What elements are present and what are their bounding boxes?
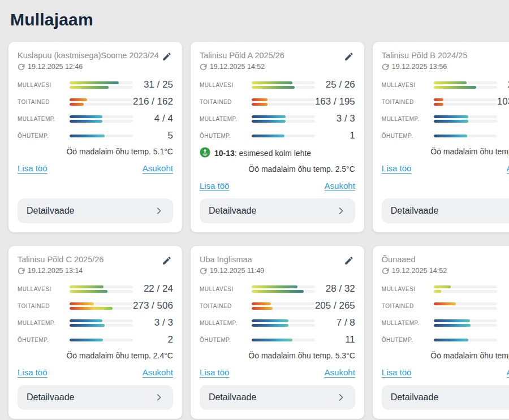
metric-bar-track (252, 115, 315, 118)
metric-bar-fill (252, 285, 297, 288)
metric-bars (434, 285, 497, 293)
edit-button[interactable] (161, 50, 173, 63)
metric-row: MULLATEMP.3 / 3 (200, 112, 355, 125)
night-low-temp: Öö madalaim õhu temp. 2.5°C (382, 147, 509, 156)
metrics-list: MULLAVESI31 / 25TOITAINED216 / 162MULLAT… (18, 79, 173, 142)
metric-bar-fill (252, 103, 268, 106)
metric-row: MULLATEMP.3 / 3 (18, 317, 173, 329)
metric-value: 4 / 4 (497, 113, 509, 124)
metric-bar-track (252, 103, 315, 106)
edit-button[interactable] (161, 254, 173, 267)
last-updated-timestamp: 19.12.2025 14:52 (392, 267, 447, 275)
metric-bar-fill (70, 290, 107, 293)
metric-value: 4 / 4 (133, 113, 173, 124)
location-link[interactable]: Asukoht (507, 367, 509, 377)
metric-bars (252, 98, 315, 106)
metric-bars (434, 339, 497, 341)
add-job-link[interactable]: Lisa töö (200, 181, 230, 190)
location-link[interactable]: Asukoht (507, 163, 509, 173)
card-links: Lisa töö Asukoht (200, 367, 355, 377)
metric-value: 163 / 195 (315, 96, 355, 107)
detail-view-label: Detailvaade (27, 392, 75, 402)
metric-bars (434, 302, 497, 310)
metric-row: TOITAINED216 / 162 (18, 96, 173, 108)
metric-bar-track (70, 81, 133, 84)
refresh-icon[interactable] (18, 267, 25, 275)
pencil-icon (344, 259, 354, 267)
metric-label: MULLATEMP. (18, 116, 70, 122)
metric-label: ÕHUTEMP. (382, 133, 434, 139)
metric-bar-track (252, 86, 315, 89)
metric-bar-fill (252, 290, 304, 293)
metric-bar-fill (70, 302, 94, 305)
metric-bar-fill (70, 307, 113, 310)
location-link[interactable]: Asukoht (325, 181, 355, 190)
metric-label: MULLATEMP. (200, 116, 252, 122)
metric-bars (252, 302, 315, 310)
chevron-right-icon (336, 206, 346, 216)
night-low-temp: Öö madalaim õhu temp. 5.1°C (18, 147, 173, 156)
metric-bars (252, 81, 315, 89)
metric-bars (252, 285, 315, 293)
location-link[interactable]: Asukoht (325, 367, 355, 377)
metric-value: 103 / 123 (497, 96, 509, 107)
station-card: Uba Inglismaa 19.12.2025 11:49 MULLAVESI… (191, 246, 364, 419)
last-updated-row: 19.12.2025 11:49 (200, 267, 264, 275)
metric-bar-track (252, 290, 315, 293)
location-link[interactable]: Asukoht (143, 367, 173, 377)
detail-view-button[interactable]: Detailvaade (382, 385, 509, 410)
station-name: Uba Inglismaa (200, 254, 264, 265)
detail-view-button[interactable]: Detailvaade (200, 385, 355, 410)
metric-bars (70, 302, 133, 310)
refresh-icon[interactable] (18, 63, 25, 71)
metric-value: 2 (497, 130, 509, 141)
metric-bar-track (70, 307, 133, 310)
metric-bar-track (434, 302, 497, 305)
metric-row: MULLAVESI28 / 32 (200, 283, 355, 295)
add-job-link[interactable]: Lisa töö (200, 367, 230, 377)
metric-bar-fill (70, 81, 119, 84)
metric-bar-fill (434, 115, 469, 118)
metric-bar-track (252, 120, 315, 123)
add-job-link[interactable]: Lisa töö (382, 367, 412, 377)
add-job-link[interactable]: Lisa töö (382, 163, 412, 173)
refresh-icon[interactable] (382, 267, 389, 275)
detail-view-button[interactable]: Detailvaade (200, 198, 355, 223)
refresh-icon[interactable] (200, 63, 207, 71)
metric-value: 31 / 25 (133, 79, 173, 90)
refresh-icon[interactable] (382, 63, 389, 71)
metric-label: MULLATEMP. (200, 320, 252, 326)
metric-bars (70, 135, 133, 137)
metric-bar-track (434, 86, 497, 89)
metric-row: TOITAINED103 / 123 (382, 96, 509, 108)
refresh-icon[interactable] (200, 267, 207, 275)
metric-label: MULLAVESI (382, 82, 434, 88)
metric-value: 216 / 162 (133, 96, 173, 107)
last-updated-timestamp: 19.12.2025 13:14 (28, 267, 83, 275)
metric-value: 28 / 32 (315, 283, 355, 295)
detail-view-button[interactable]: Detailvaade (18, 385, 173, 410)
growth-stage-description: : esimesed kolm lehte (235, 149, 311, 158)
location-link[interactable]: Asukoht (143, 163, 173, 173)
metric-row: MULLAVESI31 / 25 (18, 79, 173, 91)
add-job-link[interactable]: Lisa töö (18, 367, 48, 377)
growth-stage: 10-13: esimesed kolm lehte (200, 147, 355, 159)
metric-bar-track (434, 120, 497, 123)
edit-button[interactable] (343, 50, 355, 63)
detail-view-button[interactable]: Detailvaade (382, 198, 509, 223)
add-job-link[interactable]: Lisa töö (18, 163, 48, 173)
metric-row: ÕHUTEMP.5 (18, 129, 173, 142)
metrics-list: MULLAVESI25 / 26TOITAINED163 / 195MULLAT… (200, 79, 355, 142)
growth-stage-text: 10-13: esimesed kolm lehte (214, 149, 311, 158)
station-name: Õunaaed (382, 254, 447, 265)
night-low-temp: Öö madalaim õhu temp. 2.4°C (18, 351, 173, 360)
metric-bar-fill (252, 302, 271, 305)
metric-row: TOITAINED163 / 195 (200, 96, 355, 108)
metric-bar-track (252, 339, 315, 341)
card-header-left: Talinisu Põld B 2024/25 19.12.2025 13:56 (382, 50, 468, 71)
detail-view-button[interactable]: Detailvaade (18, 198, 173, 223)
edit-button[interactable] (343, 254, 355, 267)
metric-bar-track (434, 324, 497, 327)
night-low-temp: Öö madalaim õhu temp. 2.5°C (200, 164, 355, 174)
metric-label: ÕHUTEMP. (18, 133, 70, 139)
